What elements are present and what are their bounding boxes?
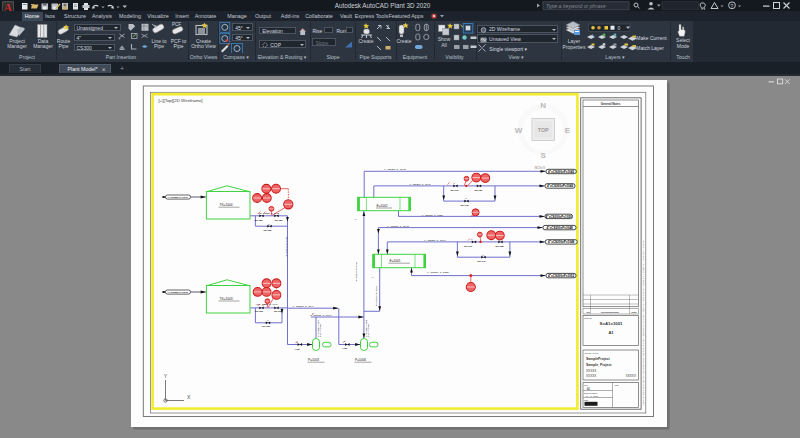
svg-text:Revisions/Issue: Revisions/Issue bbox=[601, 311, 620, 314]
svg-text:A1: A1 bbox=[608, 330, 614, 335]
svg-text:NO=188: NO=188 bbox=[496, 245, 505, 247]
svg-text:E: E bbox=[565, 126, 571, 135]
svg-text:NO=150: NO=150 bbox=[275, 219, 284, 221]
svg-text:4"=CS300=P=1052: 4"=CS300=P=1052 bbox=[548, 274, 575, 278]
svg-text:4"=CS300=P=1046: 4"=CS300=P=1046 bbox=[409, 183, 431, 186]
svg-text:4"=CS300=P=1047: 4"=CS300=P=1047 bbox=[310, 314, 332, 317]
svg-text:4"x3": 4"x3" bbox=[295, 348, 300, 350]
svg-text:Dwg No.: Dwg No. bbox=[585, 317, 593, 319]
svg-text:NO=150: NO=150 bbox=[255, 219, 264, 221]
svg-text:4": 4" bbox=[453, 182, 455, 184]
svg-text:4"=CS300=P=1042: 4"=CS300=P=1042 bbox=[167, 291, 189, 294]
svg-text:Sample_Project: Sample_Project bbox=[586, 363, 612, 367]
svg-text:4"=CS300=P=1040: 4"=CS300=P=1040 bbox=[167, 196, 189, 199]
svg-text:S=A1=1001: S=A1=1001 bbox=[586, 395, 599, 397]
svg-text:No.: No. bbox=[587, 311, 591, 314]
svg-text:NO=150: NO=150 bbox=[255, 310, 264, 312]
svg-text:NO=176: NO=176 bbox=[451, 189, 460, 191]
svg-text:4"=CS300=P=1050: 4"=CS300=P=1050 bbox=[421, 214, 443, 217]
svg-text:NO=178: NO=178 bbox=[461, 204, 470, 206]
svg-text:4"=CS300=P=1044: 4"=CS300=P=1044 bbox=[292, 305, 314, 308]
svg-text:NO=179: NO=179 bbox=[478, 260, 487, 262]
svg-text:X: X bbox=[187, 394, 191, 400]
svg-text:[+][Top][2D Wireframe]: [+][Top][2D Wireframe] bbox=[159, 98, 203, 103]
svg-text:NO=150: NO=150 bbox=[274, 310, 283, 312]
svg-text:4"=CS300=P=1049: 4"=CS300=P=1049 bbox=[548, 240, 575, 244]
svg-text:4"=CS300=P=1045: 4"=CS300=P=1045 bbox=[384, 168, 406, 171]
svg-text:INCS=10: INCS=10 bbox=[535, 166, 546, 170]
svg-text:3"x2"=P=1003: 3"x2"=P=1003 bbox=[319, 323, 321, 337]
svg-text:Date: Date bbox=[631, 311, 637, 314]
svg-text:TK=1003: TK=1003 bbox=[220, 297, 233, 301]
svg-text:4": 4" bbox=[471, 238, 473, 240]
svg-text:4"=CS300=P=1051: 4"=CS300=P=1051 bbox=[355, 261, 357, 282]
svg-text:4"x3"=CS300=P=1043: 4"x3"=CS300=P=1043 bbox=[257, 212, 280, 214]
svg-text:General Notes: General Notes bbox=[601, 102, 621, 106]
svg-text:Date: Date bbox=[584, 399, 589, 401]
svg-text:NO=187: NO=187 bbox=[475, 189, 484, 191]
svg-text:4": 4" bbox=[465, 197, 467, 199]
svg-text:P=1006: P=1006 bbox=[355, 358, 366, 362]
svg-text:4": 4" bbox=[482, 254, 484, 256]
svg-text:E=1001: E=1001 bbox=[390, 259, 401, 263]
svg-text:AutoCAD Plant 3D Drawing = Sam: AutoCAD Plant 3D Drawing = SampleProject… bbox=[642, 240, 645, 406]
svg-text:XXXXX: XXXXX bbox=[626, 374, 636, 378]
svg-text:4": 4" bbox=[344, 340, 346, 342]
svg-text:NO=150: NO=150 bbox=[262, 325, 271, 327]
svg-text:W: W bbox=[515, 126, 523, 135]
svg-text:Note: Note bbox=[615, 384, 620, 386]
svg-text:4"x3"=CS300=P=1041: 4"x3"=CS300=P=1041 bbox=[256, 303, 279, 305]
svg-text:4": 4" bbox=[267, 319, 269, 321]
svg-text:4": 4" bbox=[372, 276, 374, 278]
svg-text:4"=CS300=P=1045: 4"=CS300=P=1045 bbox=[548, 170, 575, 174]
svg-text:4"=CS300=P=1048: 4"=CS300=P=1048 bbox=[387, 225, 409, 228]
svg-text:XXXXX: XXXXX bbox=[586, 374, 596, 378]
svg-text:4"x3": 4"x3" bbox=[342, 347, 347, 349]
svg-text:NO=179: NO=179 bbox=[464, 245, 473, 247]
svg-text:NO=150: NO=150 bbox=[264, 229, 273, 231]
svg-text:4"=CS300=P=1048: 4"=CS300=P=1048 bbox=[546, 226, 573, 230]
svg-text:E=1002: E=1002 bbox=[377, 204, 388, 208]
svg-text:XXXXX: XXXXX bbox=[586, 369, 596, 373]
svg-text:Proj No. or title: Proj No. or title bbox=[585, 352, 600, 354]
svg-text:SampleProject: SampleProject bbox=[586, 357, 610, 361]
svg-text:P=1003: P=1003 bbox=[308, 358, 319, 362]
svg-text:4"=CS300=P=1050: 4"=CS300=P=1050 bbox=[546, 215, 573, 219]
svg-text:Y: Y bbox=[164, 373, 168, 379]
svg-text:4": 4" bbox=[312, 312, 314, 314]
svg-text:S=A1=1001: S=A1=1001 bbox=[600, 321, 624, 326]
svg-text:4"=CS300=P=1046: 4"=CS300=P=1046 bbox=[547, 184, 574, 188]
svg-text:4"=CS300=P=1049: 4"=CS300=P=1049 bbox=[424, 239, 446, 242]
svg-text:4"=CS300=P=1052: 4"=CS300=P=1052 bbox=[427, 271, 449, 274]
svg-text:4": 4" bbox=[296, 341, 298, 343]
svg-text:TK=1004: TK=1004 bbox=[220, 203, 233, 207]
svg-text:4"=CS300=P=1053: 4"=CS300=P=1053 bbox=[375, 285, 377, 306]
svg-text:S: S bbox=[541, 151, 547, 160]
svg-text:4": 4" bbox=[268, 223, 270, 225]
svg-text:A1: A1 bbox=[587, 387, 591, 391]
svg-text:N: N bbox=[540, 101, 546, 110]
svg-text:TOP: TOP bbox=[538, 127, 549, 133]
svg-text:3"x2"=P=1006: 3"x2"=P=1006 bbox=[367, 323, 369, 337]
svg-text:Drafting Status: Drafting Status bbox=[584, 392, 597, 394]
svg-text:4"=CS300=P=1043: 4"=CS300=P=1043 bbox=[285, 236, 287, 257]
svg-text:4": 4" bbox=[355, 218, 357, 220]
svg-text:Rev: Rev bbox=[584, 384, 588, 386]
